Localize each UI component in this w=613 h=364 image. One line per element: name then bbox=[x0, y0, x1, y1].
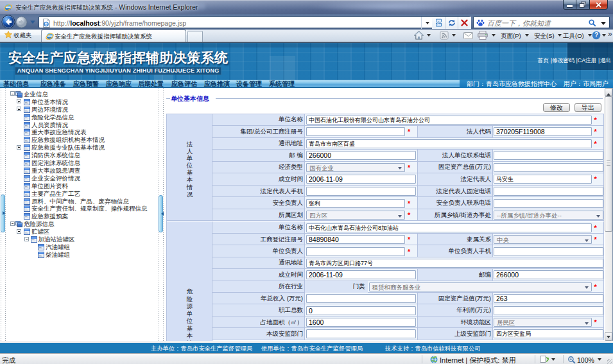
svg-text:?: ? bbox=[594, 31, 598, 39]
